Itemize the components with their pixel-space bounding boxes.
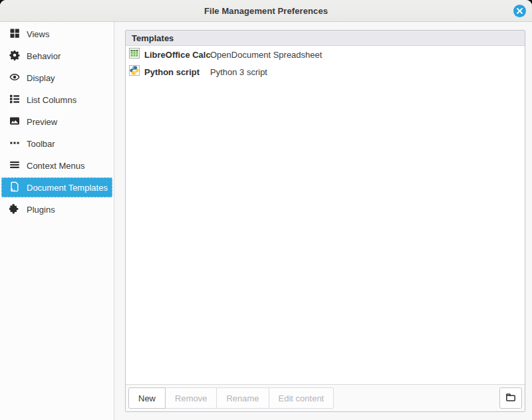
image-icon (9, 116, 20, 128)
template-description: Python 3 script (210, 67, 267, 77)
folder-icon (505, 392, 516, 405)
templates-header: Templates (126, 31, 525, 46)
new-button[interactable]: New (128, 387, 166, 409)
sidebar-item-plugins[interactable]: Plugins (1, 199, 112, 219)
sidebar-item-preview[interactable]: Preview (1, 112, 112, 132)
grid-icon (9, 28, 20, 41)
template-description: OpenDocument Spreadsheet (210, 50, 322, 60)
sidebar-item-document-templates[interactable]: Document Templates (1, 177, 112, 197)
window-title: File Management Preferences (204, 6, 328, 16)
sidebar-item-label: Toolbar (27, 139, 55, 149)
sidebar-item-label: Document Templates (27, 183, 108, 193)
template-name: LibreOffice Calc (144, 50, 210, 60)
titlebar[interactable]: File Management Preferences (0, 0, 532, 22)
close-button[interactable] (513, 5, 526, 17)
sidebar-item-label: List Columns (27, 95, 76, 105)
edit-content-button[interactable]: Edit content (269, 387, 334, 409)
sidebar-item-label: Plugins (27, 205, 55, 215)
puzzle-icon (9, 203, 20, 216)
document-template-icon (9, 181, 20, 194)
sidebar-item-label: Display (27, 73, 55, 83)
sidebar-item-views[interactable]: Views (1, 24, 112, 44)
template-row-python-script[interactable]: Python script Python 3 script (126, 63, 525, 80)
preferences-window: File Management Preferences Views Behavi… (0, 0, 532, 420)
template-row-libreoffice-calc[interactable]: LibreOffice Calc OpenDocument Spreadshee… (126, 46, 525, 63)
templates-header-label: Templates (132, 33, 174, 43)
template-name: Python script (144, 67, 210, 77)
templates-button-group: New Remove Rename Edit content (128, 387, 334, 409)
sidebar-item-label: Context Menus (27, 161, 84, 171)
templates-list: LibreOffice Calc OpenDocument Spreadshee… (126, 46, 525, 384)
python-icon (129, 65, 144, 78)
sidebar-item-list-columns[interactable]: List Columns (1, 90, 112, 110)
templates-panel: Templates LibreOffice Calc OpenDocument … (114, 22, 532, 420)
sidebar: Views Behavior Display List Columns Prev… (0, 22, 114, 420)
ellipsis-icon (9, 138, 20, 150)
sidebar-item-display[interactable]: Display (1, 68, 112, 88)
sidebar-item-label: Behavior (27, 51, 61, 61)
templates-frame: Templates LibreOffice Calc OpenDocument … (125, 30, 525, 412)
sidebar-item-context-menus[interactable]: Context Menus (1, 156, 112, 175)
list-columns-icon (9, 94, 20, 106)
gear-icon (9, 50, 20, 62)
close-icon (516, 7, 523, 15)
templates-toolbar: New Remove Rename Edit content (126, 384, 525, 411)
eye-icon (9, 72, 20, 84)
sidebar-item-toolbar[interactable]: Toolbar (1, 134, 112, 154)
sidebar-item-behavior[interactable]: Behavior (1, 46, 112, 66)
open-templates-folder-button[interactable] (499, 387, 522, 409)
menu-lines-icon (9, 159, 20, 172)
remove-button[interactable]: Remove (165, 387, 217, 409)
sidebar-item-label: Preview (27, 117, 57, 127)
libreoffice-calc-icon (129, 48, 144, 61)
sidebar-item-label: Views (27, 29, 49, 39)
rename-button[interactable]: Rename (216, 387, 269, 409)
